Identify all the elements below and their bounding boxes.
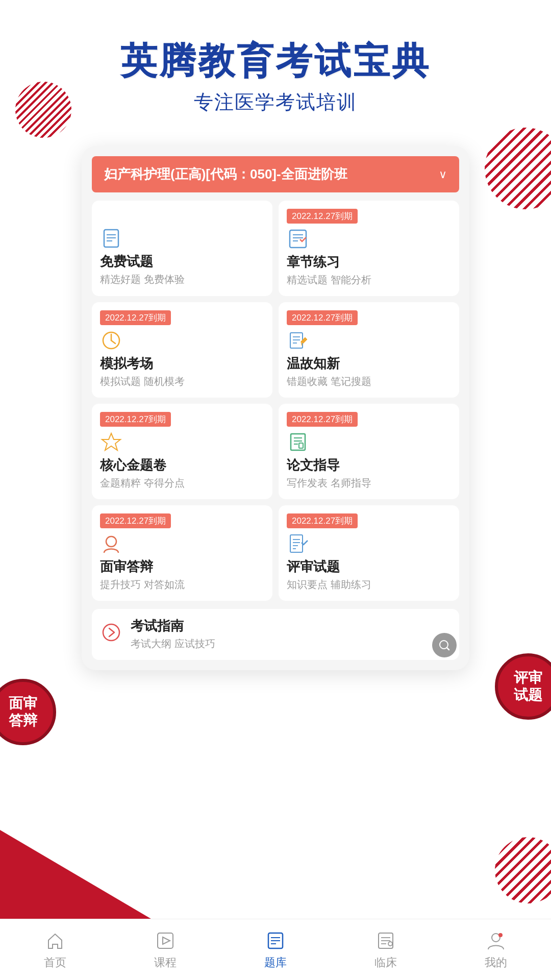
- course-icon: [154, 929, 177, 952]
- review-questions-title: 评审试题: [287, 558, 451, 576]
- guide-icon: [100, 621, 122, 644]
- app-card: 妇产科护理(正高)[代码：050]-全面进阶班 ∨ 免费试题 精选好题 免费体验…: [82, 146, 469, 670]
- nav-home[interactable]: 首页: [24, 929, 86, 970]
- svg-rect-11: [290, 333, 303, 348]
- decorative-circle-bottom-right: [495, 837, 551, 903]
- mock-expire-badge: 2022.12.27到期: [100, 310, 171, 325]
- feature-paper-guidance[interactable]: 2022.12.27到期 论文指导 写作发表 名师指导: [279, 404, 459, 499]
- paper-guidance-title: 论文指导: [287, 456, 451, 474]
- paper-icon: [287, 431, 309, 453]
- nav-course-label: 课程: [154, 955, 177, 970]
- app-title: 英腾教育考试宝典: [0, 41, 551, 81]
- badge-review-questions: 评审试题: [495, 653, 551, 720]
- clock-icon: [100, 329, 122, 352]
- review-expire-badge: 2022.12.27到期: [287, 310, 358, 325]
- core-expire-badge: 2022.12.27到期: [100, 412, 171, 427]
- core-questions-desc: 金题精粹 夺得分点: [100, 476, 264, 490]
- nav-mine-label: 我的: [485, 955, 507, 970]
- features-grid: 免费试题 精选好题 免费体验 2022.12.27到期 章节练习 精选试题 智能…: [82, 192, 469, 609]
- svg-point-43: [498, 933, 503, 937]
- svg-point-22: [106, 536, 116, 547]
- listcheck-icon: [287, 532, 309, 555]
- single-card-row: 考试指南 考试大纲 应试技巧: [82, 609, 469, 660]
- core-questions-title: 核心金题卷: [100, 456, 264, 474]
- svg-line-30: [447, 648, 449, 650]
- category-label: 妇产科护理(正高)[代码：050]-全面进阶班: [104, 165, 439, 183]
- svg-rect-23: [290, 535, 303, 552]
- feature-exam-guide[interactable]: 考试指南 考试大纲 应试技巧: [92, 609, 459, 660]
- category-selector[interactable]: 妇产科护理(正高)[代码：050]-全面进阶班 ∨: [92, 156, 459, 192]
- nav-clinical-label: 临床: [374, 955, 397, 970]
- chapter-practice-desc: 精选试题 智能分析: [287, 273, 451, 287]
- svg-rect-21: [299, 443, 303, 448]
- paper-expire-badge: 2022.12.27到期: [287, 412, 358, 427]
- review-desc: 错题收藏 笔记搜题: [287, 375, 451, 388]
- feature-review-questions[interactable]: 2022.12.27到期 评审试题 知识要点 辅助练习: [279, 505, 459, 601]
- nav-questions[interactable]: 题库: [245, 929, 306, 970]
- nav-mine[interactable]: 我的: [465, 929, 527, 970]
- decorative-circle-top-right: [485, 128, 551, 209]
- face-icon: [100, 532, 122, 555]
- paper-guidance-desc: 写作发表 名师指导: [287, 476, 451, 490]
- nav-course[interactable]: 课程: [135, 929, 196, 970]
- feature-core-questions[interactable]: 2022.12.27到期 核心金题卷 金题精粹 夺得分点: [92, 404, 272, 499]
- star-icon: [100, 431, 122, 453]
- doc-icon: [100, 227, 122, 250]
- feature-chapter-practice[interactable]: 2022.12.27到期 章节练习 精选试题 智能分析: [279, 201, 459, 296]
- svg-marker-32: [163, 937, 170, 944]
- review-questions-desc: 知识要点 辅助练习: [287, 578, 451, 592]
- home-icon: [44, 929, 66, 952]
- svg-marker-16: [102, 433, 120, 450]
- app-subtitle: 专注医学考试培训: [0, 89, 551, 115]
- free-questions-title: 免费试题: [100, 253, 264, 271]
- face-expire-badge: 2022.12.27到期: [100, 513, 171, 528]
- badge-face-defense: 面审答辩: [0, 679, 56, 745]
- review-q-expire-badge: 2022.12.27到期: [287, 513, 358, 528]
- svg-rect-4: [290, 230, 306, 248]
- scroll-button[interactable]: [432, 633, 457, 657]
- nav-clinical[interactable]: 临床: [355, 929, 416, 970]
- exam-guide-title: 考试指南: [131, 617, 215, 635]
- review-title: 温故知新: [287, 355, 451, 373]
- svg-point-28: [103, 624, 119, 641]
- exam-guide-desc: 考试大纲 应试技巧: [131, 637, 215, 651]
- list-icon: [287, 228, 309, 250]
- header: 英腾教育考试宝典 专注医学考试培训: [0, 0, 551, 126]
- bottom-nav: 首页 课程 题库: [0, 919, 551, 980]
- feature-face-defense[interactable]: 2022.12.27到期 面审答辩 提升技巧 对答如流: [92, 505, 272, 601]
- mock-exam-title: 模拟考场: [100, 355, 264, 373]
- pencil-icon: [287, 329, 309, 352]
- feature-mock-exam[interactable]: 2022.12.27到期 模拟考场 模拟试题 随机模考: [92, 302, 272, 398]
- mock-exam-desc: 模拟试题 随机模考: [100, 375, 264, 388]
- nav-home-label: 首页: [44, 955, 66, 970]
- svg-point-41: [388, 942, 392, 946]
- face-defense-title: 面审答辩: [100, 558, 264, 576]
- chapter-expire-badge: 2022.12.27到期: [287, 209, 358, 224]
- questions-icon: [264, 929, 287, 952]
- category-arrow-icon: ∨: [439, 168, 447, 181]
- feature-review[interactable]: 2022.12.27到期 温故知新 错题收藏 笔记搜题: [279, 302, 459, 398]
- svg-line-10: [111, 340, 115, 344]
- chapter-practice-title: 章节练习: [287, 253, 451, 271]
- clinical-icon: [374, 929, 397, 952]
- feature-free-questions[interactable]: 免费试题 精选好题 免费体验: [92, 201, 272, 296]
- free-questions-desc: 精选好题 免费体验: [100, 273, 264, 286]
- face-defense-desc: 提升技巧 对答如流: [100, 578, 264, 592]
- mine-icon: [485, 929, 507, 952]
- nav-questions-label: 题库: [264, 955, 287, 970]
